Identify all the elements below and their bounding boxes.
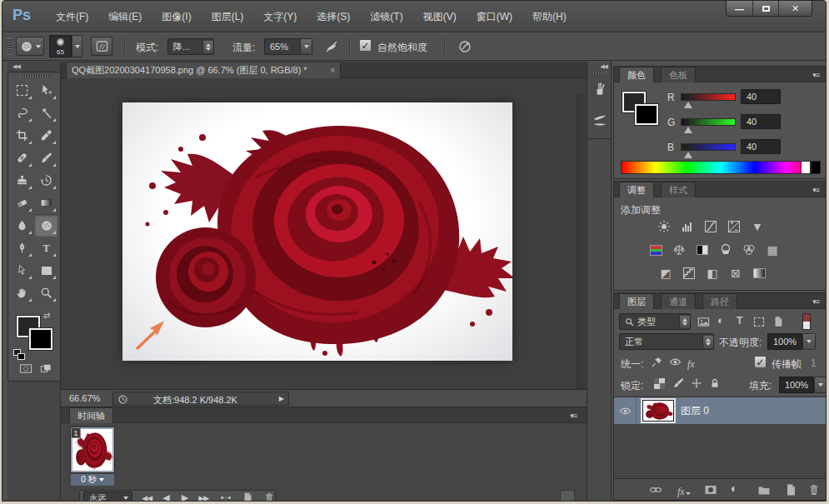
minimize-button[interactable]: — — [727, 1, 752, 17]
menu-image[interactable]: 图像(I) — [152, 1, 201, 32]
maximize-button[interactable] — [752, 1, 778, 17]
fill-dropdown-button[interactable] — [814, 377, 827, 393]
tool-hand[interactable] — [10, 282, 34, 304]
adj-curves[interactable] — [701, 218, 721, 235]
timeline-frame-1[interactable]: 1 — [71, 427, 114, 472]
tool-zoom[interactable] — [34, 282, 58, 304]
link-layers-button[interactable] — [649, 483, 662, 497]
lock-pixels-button[interactable] — [672, 377, 684, 389]
blue-slider-thumb[interactable] — [684, 152, 692, 158]
layer-filter-dropdown[interactable]: 类型 — [619, 313, 691, 330]
adj-levels[interactable] — [677, 218, 697, 235]
tab-paths[interactable]: 路径 — [702, 293, 737, 309]
adj-black-white[interactable] — [692, 242, 712, 258]
canvas-image[interactable] — [122, 102, 512, 361]
filter-kind-smart-object[interactable] — [772, 316, 784, 327]
filter-kind-adjustment[interactable]: ◐ — [717, 314, 724, 327]
delete-frame-icon[interactable] — [263, 492, 275, 502]
propagate-checkbox[interactable]: ✓ — [754, 356, 767, 368]
timeline-panel-menu-icon[interactable]: ▾≡ — [570, 412, 577, 420]
tab-timeline[interactable]: 时间轴 — [69, 407, 113, 423]
background-color-swatch[interactable] — [29, 328, 52, 350]
adjustments-panel-menu-icon[interactable]: ▾≡ — [812, 186, 819, 194]
previous-frame-button[interactable]: ◀ — [157, 492, 176, 502]
flow-dropdown[interactable]: 65% — [264, 38, 312, 55]
brush-size-preview[interactable]: 65 — [49, 35, 72, 57]
red-value-field[interactable]: 40 — [741, 89, 781, 104]
tool-eyedropper[interactable] — [34, 124, 58, 147]
spectrum-white-swatch[interactable] — [801, 161, 811, 174]
swap-colors-icon[interactable]: ⇄ — [43, 311, 50, 320]
tool-shape[interactable] — [34, 259, 58, 282]
lock-transparency-button[interactable] — [654, 378, 665, 389]
tool-crop[interactable] — [10, 124, 34, 147]
menu-type[interactable]: 文字(Y) — [253, 1, 307, 32]
pressure-toggle-button[interactable] — [454, 37, 476, 56]
menu-window[interactable]: 窗口(W) — [467, 1, 522, 32]
tab-styles[interactable]: 样式 — [661, 182, 696, 197]
tool-pen[interactable] — [10, 237, 34, 259]
layer-name[interactable]: 图层 0 — [681, 404, 709, 418]
layer-row-selected[interactable]: 图层 0 — [614, 397, 826, 424]
tool-blur[interactable] — [10, 214, 34, 237]
menu-help[interactable]: 帮助(H) — [522, 1, 577, 32]
canvas-vertical-scrollbar[interactable] — [577, 95, 585, 406]
tab-adjustments[interactable]: 调整 — [619, 182, 654, 197]
green-slider[interactable] — [681, 118, 736, 126]
adj-channel-mixer[interactable] — [739, 242, 759, 258]
menu-view[interactable]: 视图(V) — [413, 1, 467, 32]
unify-visibility-button[interactable] — [669, 356, 682, 368]
vibrance-checkbox[interactable]: ✓ — [359, 39, 372, 52]
dock-drag-handle[interactable] — [593, 71, 607, 74]
filter-kind-shape[interactable] — [754, 317, 764, 327]
brush-size-dropdown[interactable] — [72, 35, 82, 57]
tab-close-icon[interactable]: × — [330, 66, 335, 75]
menu-select[interactable]: 选择(S) — [307, 1, 360, 32]
opacity-dropdown-button[interactable] — [802, 333, 816, 350]
adj-vibrance[interactable]: ▼ — [747, 218, 767, 235]
tool-eraser[interactable] — [10, 192, 34, 214]
tool-sponge-selected[interactable] — [34, 214, 58, 237]
quick-mask-button[interactable] — [18, 362, 33, 375]
timeline-scrollbar[interactable] — [560, 490, 575, 502]
blue-slider[interactable] — [681, 143, 736, 151]
adj-exposure[interactable] — [724, 218, 744, 235]
tool-magic-wand[interactable] — [34, 102, 58, 124]
layer-thumbnail[interactable] — [642, 400, 674, 422]
color-panel-menu-icon[interactable]: ▾≡ — [812, 71, 819, 79]
toggle-brush-panel-button[interactable] — [91, 37, 112, 56]
tool-history-brush[interactable] — [34, 169, 58, 192]
spectrum-black-swatch[interactable] — [811, 161, 821, 174]
options-drag-grip[interactable] — [7, 38, 12, 54]
menu-layer[interactable]: 图层(L) — [202, 1, 254, 32]
adj-color-balance[interactable] — [669, 242, 689, 258]
default-colors-icon[interactable] — [13, 349, 27, 361]
screen-mode-button[interactable] — [38, 362, 53, 375]
tools-drag-handle[interactable] — [20, 74, 50, 77]
collapse-tools-icon[interactable]: ◀◀ — [12, 63, 20, 70]
document-tab[interactable]: QQ截图20200304170958.png @ 66.7% (图层 0, RG… — [66, 62, 341, 78]
lock-all-button[interactable] — [709, 377, 721, 389]
adj-photo-filter[interactable] — [716, 242, 736, 258]
close-button[interactable]: ✕ — [778, 1, 812, 17]
adj-gradient-map[interactable] — [749, 265, 769, 282]
adj-selective-color[interactable]: ⊠ — [726, 265, 746, 282]
duplicate-frame-icon[interactable] — [242, 492, 253, 502]
brush-presets-panel-button[interactable] — [590, 78, 610, 100]
menu-file[interactable]: 文件(F) — [46, 1, 98, 32]
first-frame-button[interactable]: ◀◀ — [137, 494, 157, 502]
canvas-background[interactable] — [61, 78, 587, 389]
expand-dock-icon[interactable]: ◀◀ — [600, 63, 607, 70]
green-slider-thumb[interactable] — [684, 127, 692, 133]
red-slider-thumb[interactable] — [684, 102, 692, 108]
play-button[interactable]: ▶ — [175, 492, 194, 502]
tool-gradient[interactable] — [34, 192, 58, 214]
layer-visibility-toggle[interactable] — [614, 405, 636, 417]
airbrush-toggle-button[interactable] — [321, 37, 342, 56]
tool-type[interactable]: T — [34, 237, 58, 259]
frame-delay-selector[interactable]: 0 秒 — [71, 474, 114, 486]
next-frame-button[interactable]: ▶▶ — [194, 494, 213, 502]
adj-color-lookup[interactable]: ▦ — [762, 242, 782, 258]
opacity-field[interactable]: 100% — [767, 333, 802, 350]
new-adjustment-layer-button[interactable]: ◐ — [731, 482, 737, 495]
